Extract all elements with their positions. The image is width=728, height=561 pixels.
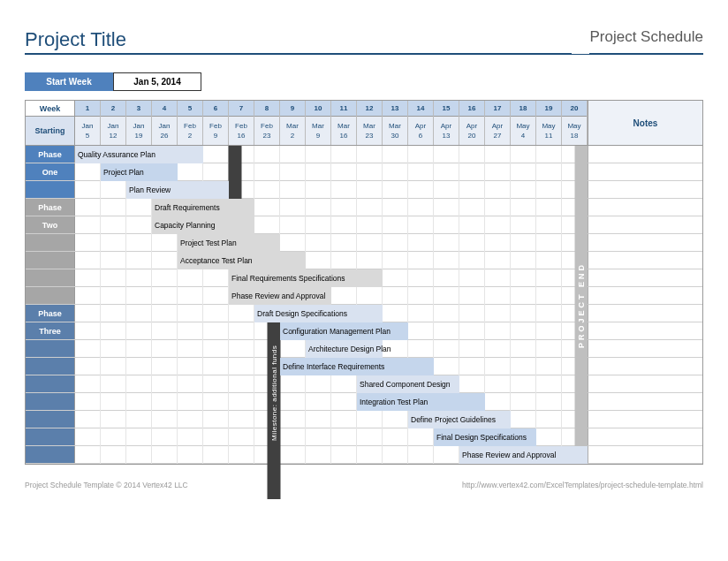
- week-header-4: 4Jan26: [152, 101, 178, 145]
- schedule-grid: Week Starting 1Jan52Jan123Jan194Jan265Fe…: [25, 100, 703, 465]
- week-header-6: 6Feb9: [203, 101, 229, 145]
- week-header-13: 13Mar30: [383, 101, 408, 145]
- notes-cell[interactable]: [588, 393, 702, 410]
- week-header-17: 17Apr27: [485, 101, 511, 145]
- notes-cell[interactable]: [588, 252, 702, 269]
- task-row: [26, 340, 702, 358]
- task-row: Phase: [26, 199, 702, 216]
- notes-cell[interactable]: [588, 181, 702, 198]
- task-row: [26, 358, 702, 375]
- notes-cell[interactable]: [588, 199, 702, 216]
- task-row: One: [26, 163, 702, 181]
- task-row: [26, 428, 702, 446]
- notes-cell[interactable]: [588, 269, 702, 286]
- week-header-8: 8Feb23: [254, 101, 280, 145]
- week-header-12: 12Mar23: [357, 101, 383, 145]
- task-row: [26, 269, 702, 287]
- phase-three-label: Phase: [26, 305, 75, 322]
- phase-two-label: Phase: [26, 199, 75, 216]
- task-row: Phase: [26, 146, 702, 163]
- notes-cell[interactable]: [588, 287, 702, 304]
- task-row: [26, 375, 702, 393]
- task-row: [26, 446, 702, 464]
- footer-copyright: Project Schedule Template © 2014 Vertex4…: [25, 481, 188, 489]
- week-header-2: 2Jan12: [101, 101, 126, 145]
- notes-cell[interactable]: [588, 146, 702, 163]
- notes-cell[interactable]: [588, 446, 702, 463]
- week-column-header: Week: [26, 101, 74, 117]
- task-row: [26, 287, 702, 305]
- notes-cell[interactable]: [588, 358, 702, 375]
- task-row: [26, 252, 702, 269]
- week-header-5: 5Feb2: [178, 101, 203, 145]
- task-row: Two: [26, 216, 702, 234]
- week-header-16: 16Apr20: [459, 101, 485, 145]
- notes-cell[interactable]: [588, 340, 702, 357]
- schedule-header: Week Starting 1Jan52Jan123Jan194Jan265Fe…: [26, 101, 702, 146]
- starting-column-header: Starting: [26, 117, 74, 145]
- phase-one-label: Phase: [26, 146, 75, 163]
- notes-cell[interactable]: [588, 163, 702, 180]
- week-header-20: 20May18: [562, 101, 588, 145]
- task-row: [26, 411, 702, 428]
- notes-column-header: Notes: [588, 101, 702, 145]
- week-header-1: 1Jan5: [75, 101, 101, 145]
- week-header-18: 18May4: [511, 101, 536, 145]
- week-header-7: 7Feb16: [229, 101, 254, 145]
- footer-url: http://www.vertex42.com/ExcelTemplates/p…: [462, 481, 703, 489]
- week-header-11: 11Mar16: [331, 101, 357, 145]
- week-header-10: 10Mar9: [306, 101, 331, 145]
- notes-cell[interactable]: [588, 216, 702, 233]
- task-row: Three: [26, 322, 702, 340]
- week-header-14: 14Apr6: [408, 101, 434, 145]
- notes-cell[interactable]: [588, 322, 702, 339]
- notes-cell[interactable]: [588, 375, 702, 392]
- notes-cell[interactable]: [588, 411, 702, 428]
- document-footer: Project Schedule Template © 2014 Vertex4…: [25, 481, 703, 489]
- task-row: [26, 393, 702, 411]
- notes-cell[interactable]: [588, 305, 702, 322]
- week-header-3: 3Jan19: [126, 101, 152, 145]
- week-header-19: 19May11: [536, 101, 562, 145]
- week-header-15: 15Apr13: [434, 101, 459, 145]
- task-row: [26, 234, 702, 252]
- notes-cell[interactable]: [588, 234, 702, 251]
- week-header-9: 9Mar2: [280, 101, 306, 145]
- project-title: Project Title: [25, 28, 572, 54]
- task-row: [26, 181, 702, 199]
- schedule-heading: Project Schedule: [589, 28, 703, 54]
- start-week-label: Start Week: [25, 72, 113, 91]
- notes-cell[interactable]: [588, 428, 702, 445]
- task-row: Phase: [26, 305, 702, 322]
- start-week-value[interactable]: Jan 5, 2014: [113, 72, 201, 91]
